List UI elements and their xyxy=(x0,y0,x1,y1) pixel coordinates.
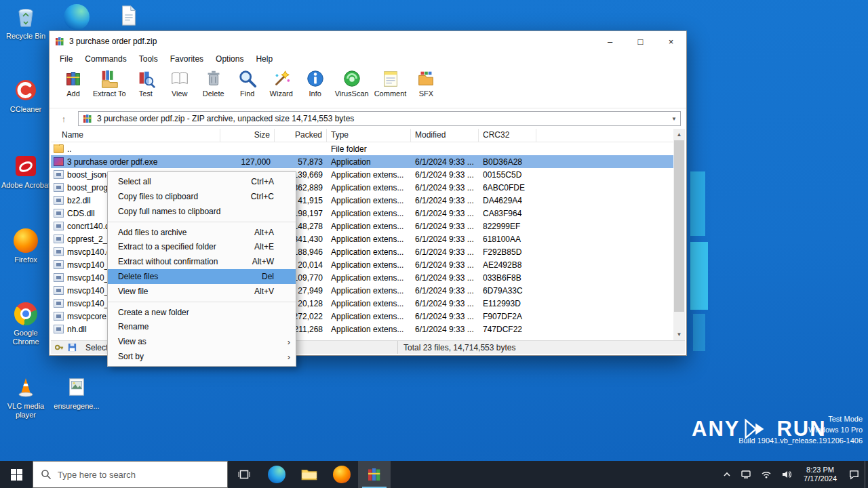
file-row[interactable]: 3 purchase order pdf.exe 127,000 57,873 … xyxy=(51,155,673,168)
toolbar-extract-to-button[interactable]: Extract To xyxy=(90,68,129,98)
context-menu-item[interactable]: View file Alt+V xyxy=(108,284,296,299)
close-button[interactable]: × xyxy=(656,31,686,52)
menu-help[interactable]: Help xyxy=(250,52,279,66)
desktop-icon-adobe-acrobat[interactable]: Adobe Acrobat xyxy=(1,153,51,190)
chrome-icon xyxy=(13,301,39,327)
scroll-up-icon[interactable]: ▲ xyxy=(673,129,685,140)
menu-tools[interactable]: Tools xyxy=(133,52,164,66)
file-type-cell: Application extens... xyxy=(327,196,411,205)
context-menu-item[interactable]: Rename xyxy=(108,319,296,334)
context-menu-item[interactable]: Select all Ctrl+A xyxy=(108,174,296,189)
desktop-icon-google-chrome[interactable]: Google Chrome xyxy=(1,301,51,346)
column-header-packed[interactable]: Packed xyxy=(275,129,327,142)
context-menu-item[interactable]: Copy full names to clipboard xyxy=(108,204,296,219)
toolbar-wizard-button[interactable]: Wizard xyxy=(264,68,298,98)
toolbar-sfx-button[interactable]: SFX xyxy=(409,68,443,98)
file-crc-cell: 822999EF xyxy=(479,222,536,231)
combobox-dropdown-icon[interactable]: ▼ xyxy=(671,116,677,122)
context-menu-item[interactable]: Sort by › xyxy=(108,349,296,364)
file-type-cell: Application extens... xyxy=(327,183,411,192)
column-header-size[interactable]: Size xyxy=(220,129,275,142)
file-type-icon xyxy=(54,209,64,218)
context-menu-item[interactable]: Create a new folder xyxy=(108,302,296,319)
desktop-icon-ensuregene[interactable]: ensuregene... xyxy=(52,374,102,411)
column-header-modified[interactable]: Modified xyxy=(411,129,479,142)
minimize-button[interactable]: – xyxy=(595,31,625,52)
wizard-icon xyxy=(271,68,292,89)
watermark-os: Windows 10 Pro xyxy=(738,424,863,435)
volume-tray-icon[interactable] xyxy=(776,461,797,488)
archive-icon xyxy=(82,113,93,124)
context-menu-item[interactable]: Extract to a specified folder Alt+E xyxy=(108,239,296,254)
context-menu-item-shortcut: Alt+W xyxy=(252,257,283,266)
taskbar-clock[interactable]: 8:23 PM 7/17/2024 xyxy=(797,466,844,483)
file-row[interactable]: .. File folder xyxy=(51,142,673,155)
scroll-down-icon[interactable]: ▼ xyxy=(673,329,685,340)
menu-favorites[interactable]: Favorites xyxy=(164,52,210,66)
watermark-mode: Test Mode xyxy=(738,413,863,424)
column-header-type[interactable]: Type xyxy=(327,129,411,142)
task-view-button[interactable] xyxy=(228,461,260,488)
maximize-button[interactable]: □ xyxy=(625,31,656,52)
toolbar-find-button[interactable]: Find xyxy=(231,68,264,98)
taskbar-search[interactable]: Type here to search xyxy=(33,461,228,488)
context-menu-item-label: View file xyxy=(118,287,148,296)
file-modified-cell: 6/1/2024 9:33 ... xyxy=(411,247,479,257)
winrar-app-icon xyxy=(54,36,65,47)
taskbar-edge-button[interactable] xyxy=(260,461,293,488)
file-type-icon xyxy=(54,247,64,256)
toolbar-view-button[interactable]: View xyxy=(163,68,197,98)
taskbar-file-explorer-button[interactable] xyxy=(293,461,326,488)
toolbar-virusscan-button[interactable]: VirusScan xyxy=(332,68,372,98)
file-type-icon xyxy=(54,235,64,243)
scrollbar-thumb[interactable] xyxy=(674,140,684,312)
network-tray-icon[interactable] xyxy=(756,461,776,488)
taskbar-winrar-button[interactable] xyxy=(358,461,391,488)
wallpaper-light-beam xyxy=(690,242,708,310)
wallpaper-light-beam xyxy=(693,314,705,351)
desktop-icon-document[interactable] xyxy=(103,3,153,28)
desktop-icon-edge[interactable] xyxy=(52,4,102,30)
menu-options[interactable]: Options xyxy=(210,52,250,66)
taskbar-firefox-button[interactable] xyxy=(326,461,358,488)
title-bar[interactable]: 3 purchase order pdf.zip – □ × xyxy=(50,31,686,52)
context-menu-item-label: Select all xyxy=(118,177,151,186)
hidden-icons-chevron[interactable] xyxy=(718,461,736,488)
ccleaner-icon xyxy=(13,77,39,103)
start-button[interactable] xyxy=(0,461,33,488)
context-menu-item-label: Create a new folder xyxy=(118,308,189,317)
archive-path-combobox[interactable]: 3 purchase order pdf.zip - ZIP archive, … xyxy=(78,111,681,126)
column-header-name[interactable]: Name xyxy=(51,129,220,142)
file-crc-cell: 6ABC0FDE xyxy=(479,183,536,192)
desktop-icon-ccleaner[interactable]: CCleaner xyxy=(1,77,51,114)
file-type-cell: Application extens... xyxy=(327,286,411,296)
up-one-level-button[interactable]: ↑ xyxy=(55,112,73,125)
context-menu-item[interactable]: Delete files Del xyxy=(108,269,296,284)
desktop-icon-vlc[interactable]: VLC media player xyxy=(1,374,51,420)
context-menu-item[interactable]: Add files to archive Alt+A xyxy=(108,222,296,239)
system-tray: 8:23 PM 7/17/2024 xyxy=(718,461,868,488)
menu-file[interactable]: File xyxy=(54,52,79,66)
context-menu-item-shortcut: Alt+V xyxy=(254,287,283,296)
toolbar-info-button[interactable]: Info xyxy=(298,68,332,98)
desktop-icon-firefox[interactable]: Firefox xyxy=(1,228,51,264)
action-center-button[interactable] xyxy=(844,461,865,488)
toolbar-add-button[interactable]: Add xyxy=(56,68,90,98)
desktop-icon-recycle-bin[interactable]: Recycle Bin xyxy=(1,4,51,41)
desktop-icon-label: Adobe Acrobat xyxy=(1,181,50,190)
display-tray-icon[interactable] xyxy=(736,461,756,488)
show-desktop-button[interactable] xyxy=(865,461,868,488)
watermark-text: Test Mode Windows 10 Pro Build 19041.vb_… xyxy=(738,413,863,446)
column-header-crc32[interactable]: CRC32 xyxy=(479,129,536,142)
context-menu-item[interactable]: Extract without confirmation Alt+W xyxy=(108,254,296,269)
file-type-cell: Application extens... xyxy=(327,260,411,270)
toolbar-delete-button[interactable]: Delete xyxy=(197,68,231,98)
toolbar-test-button[interactable]: Test xyxy=(129,68,163,98)
menu-commands[interactable]: Commands xyxy=(79,52,132,66)
windows-logo-icon xyxy=(11,469,22,481)
recycle-bin-icon xyxy=(13,4,39,30)
context-menu-item[interactable]: View as › xyxy=(108,334,296,349)
toolbar-comment-button[interactable]: Comment xyxy=(372,68,410,98)
vertical-scrollbar[interactable]: ▲ ▼ xyxy=(673,129,685,340)
context-menu-item[interactable]: Copy files to clipboard Ctrl+C xyxy=(108,189,296,204)
